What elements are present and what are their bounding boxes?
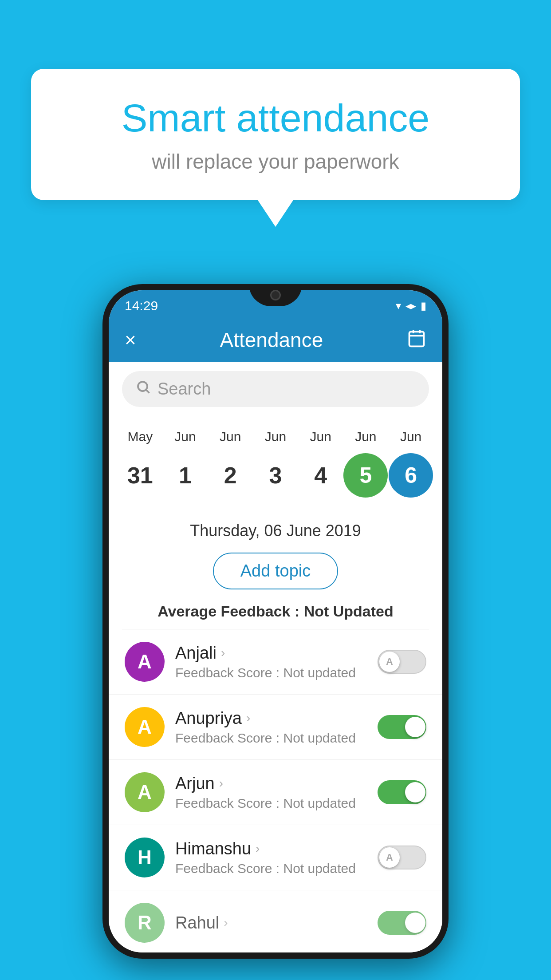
avatar-himanshu: H — [125, 838, 165, 877]
month-jun-6: Jun — [389, 429, 433, 444]
avg-feedback-value: Not Updated — [304, 603, 394, 620]
bubble-subtitle: will replace your paperwork — [62, 150, 489, 174]
date-3[interactable]: 3 — [253, 462, 298, 489]
chevron-icon-anjali: › — [221, 646, 225, 660]
date-31[interactable]: 31 — [118, 462, 162, 489]
date-1[interactable]: 1 — [163, 462, 208, 489]
toggle-thumb-partial: P — [405, 913, 425, 933]
month-jun-5: Jun — [343, 429, 388, 444]
month-jun-2: Jun — [208, 429, 252, 444]
avatar-partial: R — [125, 903, 165, 943]
speech-bubble: Smart attendance will replace your paper… — [31, 69, 520, 200]
chevron-icon-partial: › — [224, 916, 228, 930]
chevron-icon-anupriya: › — [246, 711, 250, 725]
student-name-arjun: Arjun › — [175, 774, 367, 793]
speech-bubble-container: Smart attendance will replace your paper… — [31, 69, 520, 227]
student-info-himanshu: Himanshu › Feedback Score : Not updated — [175, 839, 367, 876]
search-section: Search — [109, 362, 442, 416]
student-info-partial: Rahul › — [175, 913, 367, 933]
svg-line-5 — [146, 390, 150, 393]
student-row-anjali[interactable]: A Anjali › Feedback Score : Not updated — [109, 629, 442, 695]
phone-container: 14:29 ▾ ◂▸ ▮ × Attendance — [102, 284, 449, 959]
calendar-dates-row: 31 1 2 3 4 5 6 — [109, 449, 442, 502]
header-title: Attendance — [220, 328, 323, 352]
student-info-arjun: Arjun › Feedback Score : Not updated — [175, 774, 367, 811]
avatar-anupriya: A — [125, 707, 165, 747]
student-name-anupriya: Anupriya › — [175, 709, 367, 728]
avatar-arjun: A — [125, 772, 165, 812]
month-jun-4: Jun — [299, 429, 343, 444]
calendar-icon[interactable] — [407, 328, 426, 352]
date-6-circle[interactable]: 6 — [389, 453, 433, 498]
close-button[interactable]: × — [125, 329, 136, 351]
avg-feedback-label: Average Feedback : — [157, 603, 299, 620]
app-header: × Attendance — [109, 318, 442, 362]
camera — [270, 290, 281, 300]
add-topic-section: Add topic — [109, 548, 442, 598]
toggle-arjun[interactable]: P — [378, 780, 426, 804]
calendar-section: May Jun Jun Jun Jun Jun Jun 31 1 2 — [109, 416, 442, 511]
toggle-partial[interactable]: P — [378, 911, 426, 935]
student-info-anjali: Anjali › Feedback Score : Not updated — [175, 644, 367, 680]
status-time: 14:29 — [125, 298, 158, 313]
bubble-title: Smart attendance — [62, 95, 489, 141]
scroll-content[interactable]: Search May Jun Jun Jun Jun Jun Jun — [109, 362, 442, 952]
svg-rect-0 — [409, 332, 424, 346]
calendar-months-row: May Jun Jun Jun Jun Jun Jun — [109, 425, 442, 449]
student-name-partial: Rahul › — [175, 913, 367, 933]
student-score-arjun: Feedback Score : Not updated — [175, 796, 367, 811]
student-score-anjali: Feedback Score : Not updated — [175, 665, 367, 680]
toggle-anjali[interactable]: A — [378, 650, 426, 674]
date-2[interactable]: 2 — [208, 462, 252, 489]
avg-feedback: Average Feedback : Not Updated — [109, 598, 442, 629]
chevron-icon-himanshu: › — [256, 842, 260, 856]
student-row-arjun[interactable]: A Arjun › Feedback Score : Not updated — [109, 760, 442, 825]
svg-point-4 — [138, 382, 147, 391]
search-input-wrapper[interactable]: Search — [122, 371, 429, 407]
student-name-anjali: Anjali › — [175, 644, 367, 663]
month-jun-1: Jun — [163, 429, 208, 444]
date-4[interactable]: 4 — [299, 462, 343, 489]
student-name-himanshu: Himanshu › — [175, 839, 367, 858]
chevron-icon-arjun: › — [219, 776, 223, 790]
date-5-circle[interactable]: 5 — [343, 453, 388, 498]
phone-screen: 14:29 ▾ ◂▸ ▮ × Attendance — [109, 290, 442, 952]
phone-outer: 14:29 ▾ ◂▸ ▮ × Attendance — [102, 284, 449, 959]
selected-date: Thursday, 06 June 2019 — [109, 511, 442, 548]
student-list: A Anjali › Feedback Score : Not updated — [109, 629, 442, 952]
toggle-thumb-arjun: P — [405, 782, 425, 802]
student-info-anupriya: Anupriya › Feedback Score : Not updated — [175, 709, 367, 746]
toggle-thumb-himanshu: A — [379, 847, 400, 868]
student-row-partial[interactable]: R Rahul › P — [109, 890, 442, 952]
status-icons: ▾ ◂▸ ▮ — [396, 300, 426, 312]
battery-icon: ▮ — [421, 300, 426, 312]
wifi-icon: ▾ — [396, 300, 401, 312]
student-row-anupriya[interactable]: A Anupriya › Feedback Score : Not update… — [109, 695, 442, 760]
student-score-himanshu: Feedback Score : Not updated — [175, 861, 367, 876]
search-icon — [135, 379, 151, 399]
toggle-thumb-anjali: A — [379, 652, 400, 672]
toggle-anupriya[interactable]: P — [378, 715, 426, 739]
toggle-himanshu[interactable]: A — [378, 846, 426, 869]
add-topic-button[interactable]: Add topic — [213, 553, 338, 589]
search-input[interactable]: Search — [157, 379, 211, 399]
avatar-anjali: A — [125, 642, 165, 682]
student-score-anupriya: Feedback Score : Not updated — [175, 731, 367, 746]
signal-icon: ◂▸ — [405, 300, 416, 312]
bubble-arrow — [258, 200, 293, 227]
toggle-thumb-anupriya: P — [405, 717, 425, 737]
month-jun-3: Jun — [253, 429, 298, 444]
month-may: May — [118, 429, 162, 444]
student-row-himanshu[interactable]: H Himanshu › Feedback Score : Not update… — [109, 825, 442, 890]
